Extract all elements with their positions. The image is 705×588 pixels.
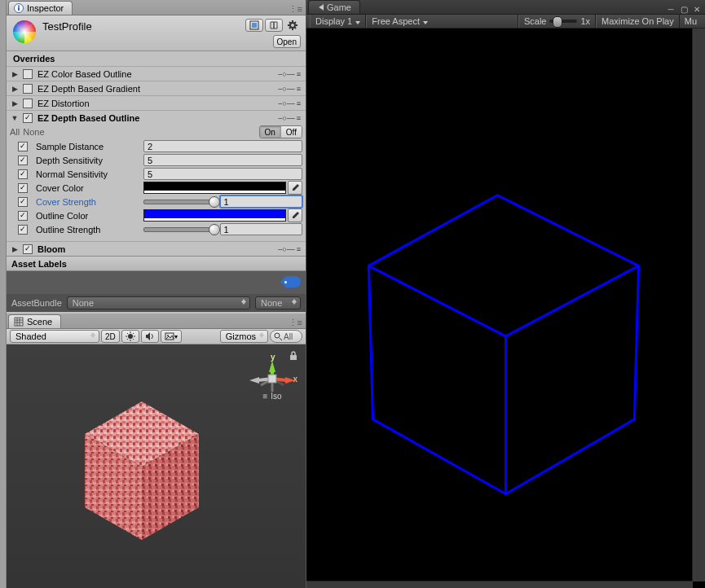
none-link[interactable]: None	[23, 127, 44, 137]
prop-label[interactable]: Outline Color	[31, 211, 143, 221]
label-tag-button[interactable]	[286, 276, 301, 287]
game-view[interactable]	[306, 29, 705, 588]
cover-strength-slider[interactable]	[143, 195, 218, 208]
pacman-icon	[314, 2, 324, 12]
asset-bundle-dropdown[interactable]: None	[67, 296, 250, 309]
foldout-icon[interactable]: ▶	[10, 70, 20, 78]
svg-line-28	[127, 339, 128, 340]
iso-label: Iso	[271, 392, 281, 401]
help-icon-button[interactable]	[265, 19, 283, 32]
prop-enable-checkbox[interactable]	[18, 169, 28, 179]
override-row-distortion[interactable]: ▶ EZ Distortion –○––≡	[7, 95, 306, 110]
prop-label[interactable]: Cover Strength	[31, 197, 143, 207]
panel-drag-zone[interactable]: ⋮≡	[289, 318, 306, 328]
on-off-toggle[interactable]: On Off	[259, 125, 303, 138]
scale-slider[interactable]	[549, 20, 577, 23]
profile-name: TestProfile	[42, 20, 92, 33]
toggle-on[interactable]: On	[260, 126, 280, 138]
scene-view[interactable]: y x ≡Iso	[7, 344, 306, 588]
svg-line-13	[295, 22, 296, 23]
maximize-icon[interactable]: ▢	[679, 5, 689, 14]
scene-search[interactable]: All	[270, 330, 302, 343]
prop-enable-checkbox[interactable]	[18, 211, 28, 221]
foldout-icon[interactable]: ▶	[10, 99, 20, 108]
slider-icon[interactable]: –○––	[278, 114, 294, 122]
cover-color-swatch[interactable]	[143, 182, 286, 194]
maximize-on-play-toggle[interactable]: Maximize On Play	[596, 15, 680, 28]
overrides-header: Overrides	[7, 51, 306, 66]
eyedropper-button[interactable]	[288, 208, 302, 222]
open-button[interactable]: Open	[273, 35, 301, 48]
cover-strength-input[interactable]: 1	[220, 195, 303, 208]
foldout-icon[interactable]: ▶	[10, 85, 20, 93]
prop-label[interactable]: Sample Distance	[31, 142, 143, 151]
slider-icon[interactable]: –○––	[278, 70, 294, 78]
prop-label[interactable]: Outline Strength	[31, 225, 143, 235]
settings-icon-button[interactable]	[284, 19, 301, 32]
prop-enable-checkbox[interactable]	[18, 225, 28, 235]
enable-checkbox[interactable]	[23, 84, 33, 94]
outline-strength-slider[interactable]	[143, 223, 218, 235]
mute-toggle[interactable]: Mu	[680, 15, 702, 28]
enable-checkbox[interactable]	[23, 99, 33, 108]
normal-sensitivity-input[interactable]: 5	[143, 168, 302, 180]
enable-checkbox[interactable]	[23, 113, 33, 123]
menu-icon[interactable]: ≡	[297, 85, 301, 93]
outline-strength-input[interactable]: 1	[220, 223, 303, 235]
prop-enable-checkbox[interactable]	[18, 197, 28, 207]
foldout-icon[interactable]: ▼	[10, 114, 20, 122]
prop-enable-checkbox[interactable]	[18, 183, 28, 193]
slider-icon[interactable]: –○––	[278, 99, 294, 108]
outline-color-swatch[interactable]	[143, 209, 286, 222]
asset-bundle-variant-dropdown[interactable]: None	[255, 296, 301, 309]
override-row-depth-gradient[interactable]: ▶ EZ Depth Based Gradient –○––≡	[7, 81, 306, 95]
lock-icon[interactable]	[289, 351, 297, 361]
game-tab[interactable]: Game	[308, 0, 360, 14]
game-scrollbar-horizontal[interactable]	[306, 581, 693, 588]
scene-tab[interactable]: Scene	[8, 314, 61, 328]
enable-checkbox[interactable]	[23, 69, 33, 79]
menu-icon[interactable]: ≡	[297, 99, 301, 108]
prop-label[interactable]: Normal Sensitivity	[31, 169, 143, 179]
menu-icon[interactable]: ≡	[297, 245, 301, 253]
display-dropdown[interactable]: Display 1	[310, 15, 366, 28]
game-scrollbar-vertical[interactable]	[692, 29, 705, 581]
minimize-icon[interactable]: ─	[666, 5, 676, 14]
panel-drag-zone[interactable]: ⋮≡	[289, 4, 306, 15]
shading-mode-dropdown[interactable]: Shaded	[10, 330, 99, 343]
override-row-color-outline[interactable]: ▶ EZ Color Based Outline –○––≡	[7, 66, 306, 81]
toggle-off[interactable]: Off	[280, 126, 302, 138]
slider-icon[interactable]: –○––	[278, 85, 294, 93]
prefab-icon-button[interactable]	[245, 19, 263, 32]
sample-distance-input[interactable]: 2	[143, 140, 302, 152]
close-icon[interactable]: ✕	[692, 5, 702, 14]
prop-enable-checkbox[interactable]	[18, 156, 28, 165]
slider-icon[interactable]: –○––	[278, 245, 294, 253]
menu-icon[interactable]: ≡	[297, 114, 301, 122]
prop-label[interactable]: Depth Sensitivity	[31, 156, 143, 165]
all-link[interactable]: All	[10, 127, 20, 137]
prop-sample-distance: Sample Distance 2	[7, 139, 306, 153]
prop-enable-checkbox[interactable]	[18, 142, 28, 151]
inspector-tab[interactable]: Inspector	[8, 1, 73, 15]
override-row-depth-outline[interactable]: ▼ EZ Depth Based Outline –○––≡	[7, 110, 306, 125]
audio-button[interactable]	[141, 330, 159, 343]
menu-icon[interactable]: ≡	[297, 70, 301, 78]
eyedropper-button[interactable]	[288, 181, 302, 195]
enable-checkbox[interactable]	[23, 244, 33, 254]
depth-sensitivity-input[interactable]: 5	[143, 154, 302, 166]
scale-control[interactable]: Scale 1x	[518, 15, 596, 28]
prefab-icon	[249, 20, 259, 30]
svg-line-26	[133, 339, 134, 340]
foldout-icon[interactable]: ▶	[10, 245, 20, 253]
aspect-dropdown[interactable]: Free Aspect	[366, 15, 518, 28]
fx-button[interactable]: ▾	[161, 330, 182, 343]
scene-gizmo[interactable]: y x ≡Iso	[249, 353, 296, 414]
override-row-bloom[interactable]: ▶ Bloom –○––≡	[7, 241, 306, 256]
prop-label[interactable]: Cover Color	[31, 183, 143, 193]
toggle-2d-button[interactable]: 2D	[101, 330, 120, 343]
lighting-button[interactable]	[121, 330, 139, 343]
svg-line-62	[634, 265, 638, 419]
asset-labels-body	[7, 271, 306, 294]
gizmos-dropdown[interactable]: Gizmos	[220, 330, 268, 343]
